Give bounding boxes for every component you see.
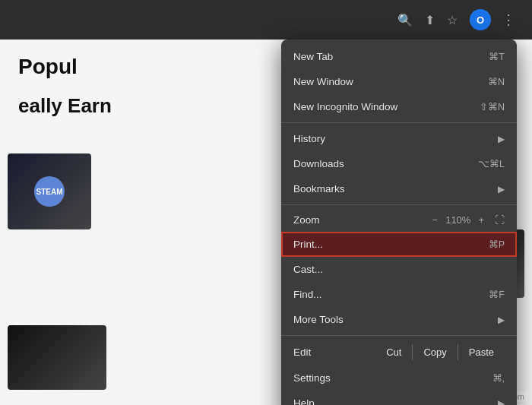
menu-item-new-tab-shortcut: ⌘T (489, 51, 505, 62)
browser-toolbar-icons: 🔍 ⬆ ☆ (397, 13, 458, 27)
paste-button[interactable]: Paste (458, 344, 505, 360)
menu-item-history-label: History (293, 133, 492, 144)
menu-item-help-label: Help (293, 397, 492, 405)
menu-item-new-tab[interactable]: New Tab ⌘T (281, 44, 517, 69)
menu-item-bookmarks-label: Bookmarks (293, 183, 492, 195)
menu-item-more-tools-label: More Tools (293, 314, 492, 325)
cut-button[interactable]: Cut (375, 344, 412, 360)
menu-item-find-label: Find... (293, 289, 477, 300)
zoom-label: Zoom (293, 214, 432, 226)
zoom-controls: − 110% + ⛶ (432, 214, 505, 226)
menu-item-find-shortcut: ⌘F (489, 289, 505, 300)
menu-item-more-tools[interactable]: More Tools ▶ (281, 307, 517, 332)
browser-chrome: 🔍 ⬆ ☆ O ⋮ (0, 0, 532, 40)
menu-item-downloads[interactable]: Downloads ⌥⌘L (281, 151, 517, 176)
menu-item-more-tools-arrow: ▶ (498, 315, 505, 325)
menu-item-bookmarks-arrow: ▶ (498, 184, 505, 195)
menu-divider-2 (281, 204, 517, 205)
more-menu-button[interactable]: ⋮ (497, 10, 520, 30)
menu-item-bookmarks[interactable]: Bookmarks ▶ (281, 176, 517, 201)
article-image-2: STEAM (8, 153, 91, 229)
menu-item-print[interactable]: Print... ⌘P (281, 232, 517, 257)
menu-item-new-window[interactable]: New Window ⌘N (281, 69, 517, 94)
zoom-expand-icon[interactable]: ⛶ (495, 214, 505, 226)
menu-divider-3 (281, 335, 517, 336)
menu-item-settings-label: Settings (293, 372, 480, 384)
menu-item-cast-label: Cast... (293, 264, 505, 275)
menu-item-cast[interactable]: Cast... (281, 257, 517, 282)
menu-item-help-arrow: ▶ (498, 398, 505, 406)
menu-item-print-shortcut: ⌘P (489, 239, 505, 250)
bookmark-icon[interactable]: ☆ (447, 13, 458, 27)
menu-divider-1 (281, 122, 517, 123)
profile-button[interactable]: O (470, 9, 491, 30)
menu-item-help[interactable]: Help ▶ (281, 391, 517, 405)
menu-item-settings-shortcut: ⌘, (492, 372, 505, 384)
search-icon[interactable]: 🔍 (397, 13, 413, 27)
menu-item-new-incognito[interactable]: New Incognito Window ⇧⌘N (281, 94, 517, 119)
article-image-4 (8, 325, 106, 390)
menu-item-new-tab-label: New Tab (293, 51, 477, 62)
zoom-value: 110% (445, 214, 470, 226)
menu-item-downloads-label: Downloads (293, 158, 466, 169)
menu-item-new-incognito-label: New Incognito Window (293, 101, 467, 112)
menu-item-find[interactable]: Find... ⌘F (281, 282, 517, 307)
menu-item-new-window-label: New Window (293, 76, 476, 87)
menu-item-downloads-shortcut: ⌥⌘L (478, 158, 505, 169)
menu-item-edit: Edit Cut Copy Paste (281, 339, 517, 365)
copy-button[interactable]: Copy (412, 344, 457, 360)
menu-item-zoom[interactable]: Zoom − 110% + ⛶ (281, 208, 517, 232)
menu-item-history-arrow: ▶ (498, 134, 505, 144)
zoom-minus[interactable]: − (432, 214, 439, 226)
edit-actions: Cut Copy Paste (375, 344, 505, 360)
zoom-plus[interactable]: + (478, 214, 484, 226)
menu-item-new-window-shortcut: ⌘N (488, 76, 505, 87)
edit-label: Edit (293, 346, 375, 358)
menu-item-print-label: Print... (293, 239, 477, 250)
menu-item-history[interactable]: History ▶ (281, 126, 517, 151)
context-menu: New Tab ⌘T New Window ⌘N New Incognito W… (281, 40, 517, 405)
menu-item-new-incognito-shortcut: ⇧⌘N (480, 101, 505, 112)
share-icon[interactable]: ⬆ (425, 13, 435, 27)
menu-item-settings[interactable]: Settings ⌘, (281, 365, 517, 391)
